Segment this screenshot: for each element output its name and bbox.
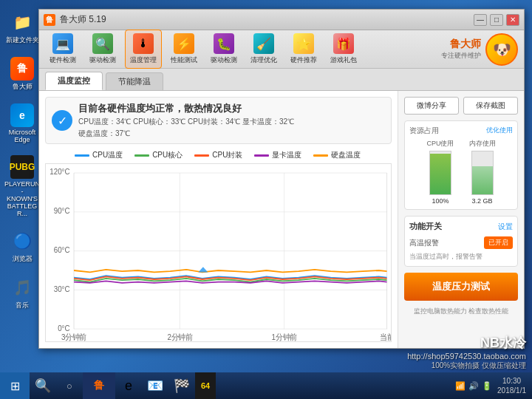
title-bar: 鲁 鲁大师 5.19 — □ ✕ — [39, 10, 524, 30]
mem-usage-bar: 内存使用 3.2 GB — [469, 139, 496, 205]
brand-text: 鲁大师 — [441, 38, 481, 51]
svg-text:1分钟前: 1分钟前 — [272, 332, 297, 341]
legend-label-disk-temp: 硬盘温度 — [331, 150, 361, 160]
stress-test-button[interactable]: 温度压力测试 — [404, 273, 518, 301]
legend-color-cpu-temp — [75, 154, 89, 157]
toolbar-hw-btn[interactable]: ⭐ 硬件推荐 — [286, 30, 321, 68]
desktop-icon-luda[interactable]: 鲁 鲁大师 — [3, 54, 41, 95]
desktop-icon-new-folder[interactable]: 📁 新建文件夹 — [3, 7, 41, 48]
music-icon: 🎵 — [10, 276, 34, 299]
toolbar: 💻 硬件检测 🔍 驱动检测 🌡 温度管理 ⚡ 性能测试 🐛 驱动检测 🧹 — [39, 30, 524, 69]
watermark-title: NB水冷 — [407, 334, 526, 352]
desktop-icon-label: MicrosoftEdge — [9, 129, 36, 143]
legend-color-gpu-temp — [254, 154, 269, 157]
watermark-url: http://shop59742530.taobao.com — [407, 352, 526, 361]
taskbar: ⊞ 🔍 ○ 鲁 e 📧 🏁 64 📶 🔊 🔋 10:302018/1/1 — [0, 372, 532, 399]
mem-bar-container — [471, 151, 494, 195]
taskbar-search[interactable]: 🔍 — [30, 372, 56, 399]
start-button[interactable]: ⊞ — [0, 372, 30, 399]
legend-color-cpu-core — [134, 154, 149, 157]
settings-link[interactable]: 设置 — [498, 222, 513, 232]
cpu-bar-container — [429, 151, 451, 195]
svg-text:30°C: 30°C — [54, 284, 70, 293]
clean-icon: 🧹 — [253, 33, 274, 54]
save-screenshot-button[interactable]: 保存截图 — [463, 97, 518, 115]
maximize-button[interactable]: □ — [490, 14, 503, 26]
svg-text:当前: 当前 — [380, 332, 391, 341]
chart-container: 120°C 90°C 60°C 30°C 0°C — [45, 163, 392, 342]
legend-cpu-temp: CPU温度 — [75, 150, 123, 160]
tab-temp-monitor[interactable]: 温度监控 — [45, 72, 103, 90]
toolbar-hw-label: 硬件推荐 — [290, 55, 317, 65]
disk-temp: 硬盘温度：37℃ — [78, 129, 303, 139]
pubg-icon: PUBG — [10, 155, 34, 179]
tab-energy-save[interactable]: 节能降温 — [106, 72, 163, 90]
desktop-icon-browser[interactable]: 🔵 浏览器 — [3, 226, 41, 267]
toolbar-game-btn[interactable]: 🎁 游戏礼包 — [326, 30, 361, 68]
legend-disk-temp: 硬盘温度 — [313, 150, 361, 160]
desktop-icon-edge[interactable]: e MicrosoftEdge — [3, 100, 41, 146]
svg-text:3分钟前: 3分钟前 — [61, 332, 86, 341]
toolbar-hardware-btn[interactable]: 💻 硬件检测 — [45, 30, 81, 68]
app-icon: 鲁 — [44, 14, 55, 26]
svg-text:60°C: 60°C — [54, 246, 70, 255]
svg-text:90°C: 90°C — [54, 207, 70, 216]
cpu-bar-value: 100% — [432, 197, 449, 205]
hw-icon: ⭐ — [293, 33, 314, 54]
temp-icon: 🌡 — [133, 33, 154, 54]
high-temp-toggle[interactable]: 已开启 — [484, 236, 513, 249]
chart-panel: ✓ 目前各硬件温度均正常，散热情况良好 CPU温度：34℃ CPU核心：33℃ … — [39, 91, 398, 348]
user-avatar[interactable]: 🐶 — [485, 33, 518, 66]
minimize-button[interactable]: — — [474, 14, 487, 26]
tray-area: 📶 🔊 🔋 — [454, 380, 493, 392]
tray-network-icon: 📶 — [454, 380, 466, 392]
temp-readings: CPU温度：34℃ CPU核心：33℃ CPU封装：34℃ 显卡温度：32℃ — [78, 117, 303, 127]
temperature-chart: 120°C 90°C 60°C 30°C 0°C — [46, 164, 391, 341]
close-button[interactable]: ✕ — [506, 14, 519, 26]
toolbar-temp-btn[interactable]: 🌡 温度管理 — [125, 30, 162, 69]
status-info: 目前各硬件温度均正常，散热情况良好 CPU温度：34℃ CPU核心：33℃ CP… — [78, 102, 303, 139]
taskbar-app1[interactable]: 鲁 — [83, 372, 115, 399]
toolbar-bug-label: 驱动检测 — [211, 55, 237, 65]
stress-test-note: 监控电脑散热能力 检查散热性能 — [404, 307, 518, 316]
svg-text:0°C: 0°C — [58, 324, 70, 332]
desktop-icon-label: 音乐 — [16, 301, 29, 310]
taskbar-app2[interactable]: e — [115, 372, 142, 399]
watermark: NB水冷 http://shop59742530.taobao.com 100%… — [407, 334, 526, 371]
desktop-icon-pubg[interactable]: PUBG PLAYERUN-KNOWN'SBATTLEGR... — [3, 152, 41, 220]
toolbar-perf-btn[interactable]: ⚡ 性能测试 — [166, 30, 202, 68]
resource-bars: CPU使用 100% 内存使用 3.2 GB — [409, 139, 513, 205]
share-button[interactable]: 微博分享 — [404, 97, 459, 115]
legend: CPU温度 CPU核心 CPU封装 显卡温度 — [75, 150, 392, 160]
system-clock: 10:302018/1/1 — [497, 376, 526, 395]
hardware-icon: 💻 — [52, 33, 73, 54]
toolbar-bug-btn[interactable]: 🐛 驱动检测 — [206, 30, 242, 68]
function-section: 功能开关 设置 高温报警 已开启 当温度过高时，报警告警 — [404, 216, 518, 267]
high-temp-label: 高温报警 — [409, 238, 439, 248]
toolbar-temp-label: 温度管理 — [130, 55, 157, 65]
toolbar-clean-label: 清理优化 — [250, 55, 277, 65]
desktop-icon-label: 鲁大师 — [13, 82, 33, 92]
watermark-note: 100%实物拍摄 仅做压缩处理 — [407, 361, 526, 371]
mem-bar-label: 内存使用 — [469, 139, 496, 149]
toolbar-hardware-label: 硬件检测 — [50, 55, 76, 65]
toolbar-driver-btn[interactable]: 🔍 驱动检测 — [85, 30, 120, 68]
toolbar-driver-label: 驱动检测 — [89, 55, 116, 65]
legend-label-cpu-temp: CPU温度 — [92, 150, 123, 160]
legend-cpu-pkg: CPU封装 — [194, 150, 242, 160]
svg-text:120°C: 120°C — [50, 168, 70, 177]
panel-header-buttons: 微博分享 保存截图 — [404, 97, 518, 115]
right-panel: 微博分享 保存截图 资源占用 优化使用 CPU使用 — [398, 91, 524, 348]
mem-bar-fill — [472, 166, 493, 194]
taskbar-app4[interactable]: 🏁 — [168, 372, 195, 399]
taskbar-app5[interactable]: 64 — [195, 372, 216, 399]
perf-icon: ⚡ — [174, 33, 194, 54]
taskbar-cortana[interactable]: ○ — [56, 372, 83, 399]
desktop: 📁 新建文件夹 鲁 鲁大师 e MicrosoftEdge PUBG PLAYE… — [0, 0, 532, 399]
taskbar-app3[interactable]: 📧 — [142, 372, 168, 399]
desktop-icon-music[interactable]: 🎵 音乐 — [3, 273, 41, 313]
toolbar-clean-btn[interactable]: 🧹 清理优化 — [246, 30, 282, 68]
svg-marker-18 — [198, 267, 208, 272]
resource-section: 资源占用 优化使用 CPU使用 100% 内存使用 — [404, 120, 518, 210]
legend-color-disk-temp — [313, 154, 328, 157]
